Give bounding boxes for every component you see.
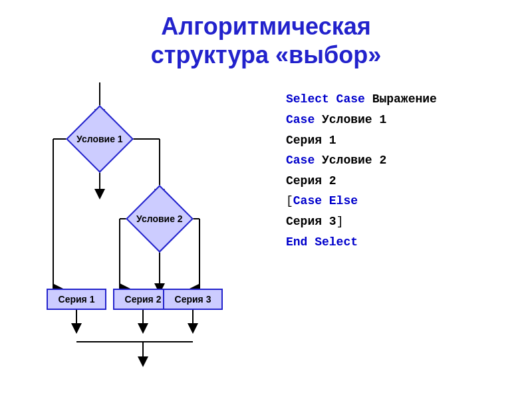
code-line-3: Серия 1 (286, 130, 437, 151)
code-line-8: End Select (286, 232, 437, 253)
code-line-2: Case Условие 1 (286, 110, 437, 130)
code-line-6: [Case Else (286, 191, 437, 211)
rect-series1: Серия 1 (47, 289, 106, 310)
code-line-4: Case Условие 2 (286, 150, 437, 171)
code-line-7: Серия 3] (286, 211, 437, 232)
flowchart-diagram: Условие 1 Условие 2 Серия 1 Серия 2 Сери… (13, 82, 266, 375)
page-title: Алгоритмическая структура «выбор» (0, 0, 532, 69)
code-block: Select Case Выражение Case Условие 1 Сер… (286, 89, 437, 375)
code-line-1: Select Case Выражение (286, 89, 437, 110)
rect-series3: Серия 3 (163, 289, 223, 310)
code-line-5: Серия 2 (286, 171, 437, 192)
